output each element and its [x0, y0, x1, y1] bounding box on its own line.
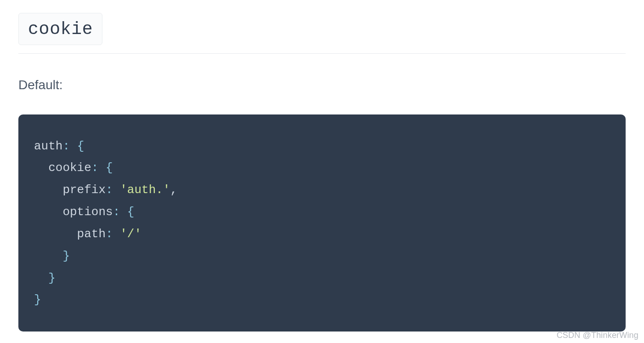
code-token: : — [62, 139, 77, 153]
default-label: Default: — [18, 78, 626, 92]
code-token: } — [34, 293, 41, 307]
code-token: cookie — [34, 161, 91, 175]
code-block[interactable]: auth: { cookie: { prefix: 'auth.', optio… — [18, 114, 626, 332]
code-token: } — [34, 271, 56, 285]
code-token: 'auth.' — [120, 183, 170, 197]
code-token: auth — [34, 139, 62, 153]
code-token: { — [77, 139, 85, 153]
code-token: prefix — [34, 183, 106, 197]
code-token: : — [91, 161, 106, 175]
code-token: : — [113, 205, 127, 219]
code-token: '/' — [120, 227, 141, 241]
watermark: CSDN @ThinkerWing — [557, 331, 638, 340]
code-token: { — [127, 205, 135, 219]
code-token: path — [34, 227, 106, 241]
code-token: } — [34, 249, 70, 263]
document-root: cookie Default: auth: { cookie: { prefix… — [0, 0, 644, 341]
code-token: : — [106, 183, 120, 197]
section-title-chip: cookie — [18, 13, 102, 45]
code-token: , — [170, 183, 177, 197]
code-token: { — [106, 161, 113, 175]
code-token: options — [34, 205, 113, 219]
code-token: : — [106, 227, 120, 241]
horizontal-rule — [18, 53, 626, 54]
section-title-text: cookie — [28, 19, 93, 39]
